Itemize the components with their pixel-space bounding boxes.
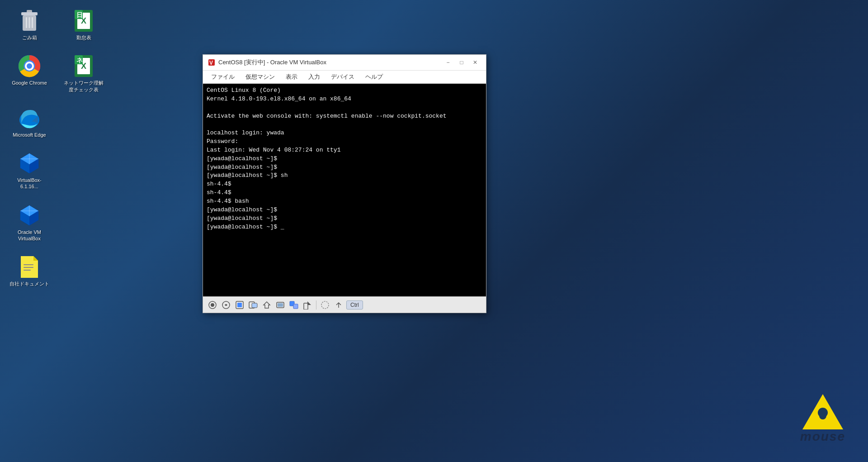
toolbar-icon-1[interactable]	[207, 299, 218, 311]
menu-input[interactable]: 入力	[304, 71, 325, 82]
svg-rect-5	[32, 17, 33, 28]
svg-rect-44	[252, 303, 257, 308]
terminal-line: Kernel 4.18.0-193.el8.x86_64 on an x86_6…	[207, 95, 482, 104]
svg-rect-42	[237, 303, 242, 307]
menu-view[interactable]: 表示	[281, 71, 302, 82]
svg-point-51	[321, 301, 329, 309]
menu-file[interactable]: ファイル	[207, 71, 239, 82]
toolbar-icon-8[interactable]	[302, 299, 313, 311]
terminal-line: Password:	[207, 138, 482, 146]
virtualbox1-icon[interactable]: VirtualBox-6.1.16...	[9, 152, 50, 190]
edge-svg	[18, 106, 41, 130]
chrome-icon[interactable]: Google Chrome	[9, 54, 50, 93]
toolbar-icon-5[interactable]	[261, 299, 273, 311]
vbox-title-left: V CentOS8 [実行中] - Oracle VM VirtualBox	[208, 58, 326, 67]
document-label: 自社ドキュメント	[9, 281, 49, 287]
network-check-icon[interactable]: X ネ ネットワーク理解度チェック表	[63, 54, 104, 93]
svg-rect-33	[24, 264, 33, 265]
edge-icon[interactable]: Microsoft Edge	[9, 106, 50, 138]
svg-marker-50	[307, 301, 311, 305]
virtualbox1-svg	[18, 152, 41, 175]
vbox-title-text: CentOS8 [実行中] - Oracle VM VirtualBox	[218, 58, 326, 67]
mouse-triangle-icon	[802, 394, 843, 429]
recycle-bin-svg	[19, 9, 40, 33]
svg-rect-4	[29, 17, 30, 28]
toolbar-icon-7[interactable]	[288, 299, 300, 311]
svg-rect-1	[21, 12, 38, 15]
virtualbox-window: V CentOS8 [実行中] - Oracle VM VirtualBox −…	[203, 54, 486, 313]
vbox-toolbar: Ctrl	[203, 296, 486, 313]
recycle-bin-icon[interactable]: ごみ箱	[9, 9, 50, 41]
toolbar-icon-2[interactable]	[220, 299, 232, 311]
toolbar-separator	[316, 300, 316, 310]
chrome-label: Google Chrome	[12, 80, 47, 86]
svg-rect-48	[293, 304, 298, 309]
terminal-line: [ywada@localhost ~]$	[207, 206, 482, 214]
svg-rect-34	[24, 267, 33, 268]
toolbar-icon-4[interactable]	[247, 299, 259, 311]
ctrl-button[interactable]: Ctrl	[346, 300, 363, 310]
terminal-line: Last login: Wed Nov 4 08:27:24 on tty1	[207, 146, 482, 155]
attendance-label: 勤怠表	[76, 34, 91, 41]
edge-label: Microsoft Edge	[13, 132, 46, 138]
vbox-terminal[interactable]: CentOS Linux 8 (Core) Kernel 4.18.0-193.…	[203, 84, 486, 296]
mouse-logo: mouse	[800, 394, 845, 444]
vbox-title-icon: V	[208, 58, 216, 67]
recycle-bin-label: ごみ箱	[22, 34, 37, 41]
terminal-line: [ywada@localhost ~]$ _	[207, 223, 482, 232]
terminal-line: [ywada@localhost ~]$ sh	[207, 171, 482, 180]
chrome-svg	[18, 54, 41, 78]
svg-text:日: 日	[76, 11, 83, 19]
terminal-line: [ywada@localhost ~]$	[207, 155, 482, 163]
close-button[interactable]: ✕	[469, 57, 481, 67]
menu-devices[interactable]: デバイス	[326, 71, 359, 82]
vbox-titlebar: V CentOS8 [実行中] - Oracle VM VirtualBox −…	[203, 55, 486, 71]
virtualbox2-label: Oracle VM VirtualBox	[9, 229, 50, 242]
terminal-line: sh-4.4$	[207, 189, 482, 197]
terminal-line: [ywada@localhost ~]$	[207, 214, 482, 223]
virtualbox1-label: VirtualBox-6.1.16...	[9, 177, 50, 190]
terminal-line: [ywada@localhost ~]$	[207, 163, 482, 172]
vbox-menubar: ファイル 仮想マシン 表示 入力 デバイス ヘルプ	[203, 71, 486, 84]
attendance-icon[interactable]: X 日 勤怠表	[63, 9, 104, 41]
terminal-line: sh-4.4$ bash	[207, 197, 482, 206]
toolbar-icon-6[interactable]	[274, 299, 286, 311]
network-check-label: ネットワーク理解度チェック表	[63, 80, 104, 93]
terminal-line: localhost login: ywada	[207, 129, 482, 138]
vbox-window-controls: − □ ✕	[442, 57, 481, 67]
virtualbox2-icon[interactable]: Oracle VM VirtualBox	[9, 204, 50, 242]
svg-rect-49	[304, 303, 308, 310]
desktop-icons: ごみ箱 X 日 勤怠表	[0, 0, 113, 296]
toolbar-icon-3[interactable]	[234, 299, 245, 311]
svg-rect-3	[26, 17, 27, 28]
menu-help[interactable]: ヘルプ	[361, 71, 387, 82]
terminal-line: CentOS Linux 8 (Core)	[207, 86, 482, 95]
attendance-svg: X 日	[73, 9, 94, 33]
toolbar-icon-9[interactable]	[319, 299, 331, 311]
svg-text:ネ: ネ	[76, 57, 83, 64]
minimize-button[interactable]: −	[442, 57, 454, 67]
maximize-button[interactable]: □	[455, 57, 468, 67]
toolbar-icon-10[interactable]	[333, 299, 344, 311]
virtualbox2-svg	[18, 204, 41, 227]
svg-point-39	[211, 303, 214, 307]
document-icon[interactable]: 自社ドキュメント	[9, 255, 50, 287]
network-check-svg: X ネ	[73, 54, 94, 78]
terminal-line: sh-4.4$	[207, 180, 482, 189]
terminal-line	[207, 104, 482, 112]
mouse-brand-text: mouse	[800, 429, 845, 444]
terminal-line: Activate the web console with: systemctl…	[207, 112, 482, 121]
terminal-line	[207, 120, 482, 129]
menu-vm[interactable]: 仮想マシン	[241, 71, 279, 82]
document-svg	[19, 255, 40, 279]
svg-rect-35	[24, 270, 31, 271]
svg-point-14	[27, 63, 32, 69]
svg-text:V: V	[209, 60, 213, 66]
svg-rect-46	[278, 303, 283, 307]
